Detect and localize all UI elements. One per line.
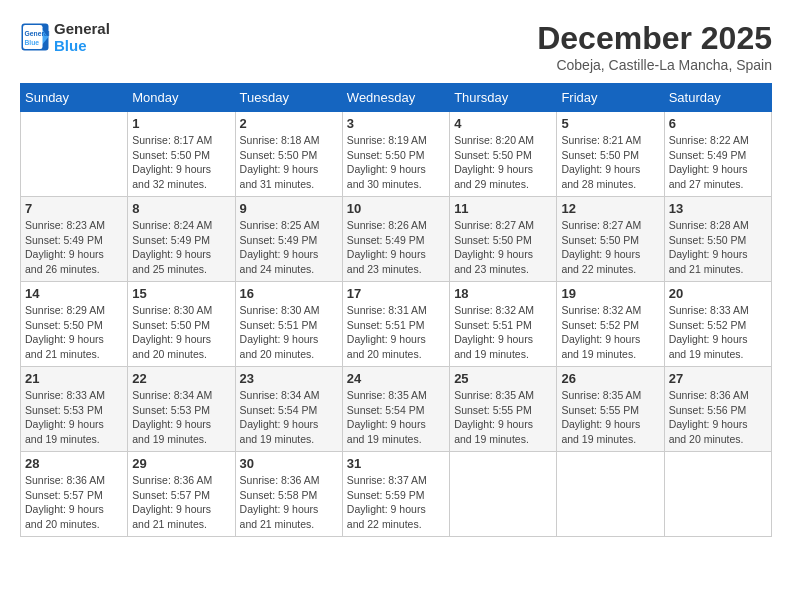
weekday-header-monday: Monday	[128, 84, 235, 112]
day-number: 11	[454, 201, 552, 216]
calendar-week-row: 7Sunrise: 8:23 AMSunset: 5:49 PMDaylight…	[21, 197, 772, 282]
weekday-header-row: SundayMondayTuesdayWednesdayThursdayFrid…	[21, 84, 772, 112]
day-info: Sunrise: 8:35 AMSunset: 5:55 PMDaylight:…	[561, 388, 659, 447]
calendar-cell: 9Sunrise: 8:25 AMSunset: 5:49 PMDaylight…	[235, 197, 342, 282]
day-info: Sunrise: 8:32 AMSunset: 5:52 PMDaylight:…	[561, 303, 659, 362]
day-info: Sunrise: 8:36 AMSunset: 5:57 PMDaylight:…	[132, 473, 230, 532]
day-number: 12	[561, 201, 659, 216]
day-info: Sunrise: 8:23 AMSunset: 5:49 PMDaylight:…	[25, 218, 123, 277]
calendar-cell: 23Sunrise: 8:34 AMSunset: 5:54 PMDayligh…	[235, 367, 342, 452]
day-info: Sunrise: 8:35 AMSunset: 5:55 PMDaylight:…	[454, 388, 552, 447]
calendar-cell: 13Sunrise: 8:28 AMSunset: 5:50 PMDayligh…	[664, 197, 771, 282]
day-info: Sunrise: 8:22 AMSunset: 5:49 PMDaylight:…	[669, 133, 767, 192]
day-number: 30	[240, 456, 338, 471]
day-number: 28	[25, 456, 123, 471]
day-number: 25	[454, 371, 552, 386]
weekday-header-friday: Friday	[557, 84, 664, 112]
calendar-cell: 11Sunrise: 8:27 AMSunset: 5:50 PMDayligh…	[450, 197, 557, 282]
day-info: Sunrise: 8:28 AMSunset: 5:50 PMDaylight:…	[669, 218, 767, 277]
calendar-cell: 17Sunrise: 8:31 AMSunset: 5:51 PMDayligh…	[342, 282, 449, 367]
day-info: Sunrise: 8:30 AMSunset: 5:51 PMDaylight:…	[240, 303, 338, 362]
day-info: Sunrise: 8:19 AMSunset: 5:50 PMDaylight:…	[347, 133, 445, 192]
day-info: Sunrise: 8:18 AMSunset: 5:50 PMDaylight:…	[240, 133, 338, 192]
weekday-header-thursday: Thursday	[450, 84, 557, 112]
calendar-week-row: 1Sunrise: 8:17 AMSunset: 5:50 PMDaylight…	[21, 112, 772, 197]
calendar-cell: 16Sunrise: 8:30 AMSunset: 5:51 PMDayligh…	[235, 282, 342, 367]
day-info: Sunrise: 8:21 AMSunset: 5:50 PMDaylight:…	[561, 133, 659, 192]
day-number: 16	[240, 286, 338, 301]
day-number: 14	[25, 286, 123, 301]
day-number: 5	[561, 116, 659, 131]
day-info: Sunrise: 8:17 AMSunset: 5:50 PMDaylight:…	[132, 133, 230, 192]
calendar-cell: 1Sunrise: 8:17 AMSunset: 5:50 PMDaylight…	[128, 112, 235, 197]
page-header: General Blue General Blue December 2025 …	[20, 20, 772, 73]
svg-text:Blue: Blue	[25, 39, 40, 46]
calendar-cell: 2Sunrise: 8:18 AMSunset: 5:50 PMDaylight…	[235, 112, 342, 197]
calendar-cell: 5Sunrise: 8:21 AMSunset: 5:50 PMDaylight…	[557, 112, 664, 197]
day-info: Sunrise: 8:34 AMSunset: 5:53 PMDaylight:…	[132, 388, 230, 447]
svg-text:General: General	[25, 30, 50, 37]
day-number: 24	[347, 371, 445, 386]
calendar-body: 1Sunrise: 8:17 AMSunset: 5:50 PMDaylight…	[21, 112, 772, 537]
day-number: 23	[240, 371, 338, 386]
calendar-cell: 6Sunrise: 8:22 AMSunset: 5:49 PMDaylight…	[664, 112, 771, 197]
day-number: 15	[132, 286, 230, 301]
day-info: Sunrise: 8:36 AMSunset: 5:58 PMDaylight:…	[240, 473, 338, 532]
day-number: 10	[347, 201, 445, 216]
day-info: Sunrise: 8:29 AMSunset: 5:50 PMDaylight:…	[25, 303, 123, 362]
calendar-table: SundayMondayTuesdayWednesdayThursdayFrid…	[20, 83, 772, 537]
month-title: December 2025	[537, 20, 772, 57]
day-number: 6	[669, 116, 767, 131]
calendar-cell: 27Sunrise: 8:36 AMSunset: 5:56 PMDayligh…	[664, 367, 771, 452]
day-info: Sunrise: 8:33 AMSunset: 5:53 PMDaylight:…	[25, 388, 123, 447]
calendar-cell: 31Sunrise: 8:37 AMSunset: 5:59 PMDayligh…	[342, 452, 449, 537]
day-info: Sunrise: 8:32 AMSunset: 5:51 PMDaylight:…	[454, 303, 552, 362]
calendar-cell: 30Sunrise: 8:36 AMSunset: 5:58 PMDayligh…	[235, 452, 342, 537]
calendar-cell: 18Sunrise: 8:32 AMSunset: 5:51 PMDayligh…	[450, 282, 557, 367]
day-number: 7	[25, 201, 123, 216]
day-info: Sunrise: 8:27 AMSunset: 5:50 PMDaylight:…	[454, 218, 552, 277]
day-number: 22	[132, 371, 230, 386]
day-info: Sunrise: 8:36 AMSunset: 5:57 PMDaylight:…	[25, 473, 123, 532]
calendar-cell: 26Sunrise: 8:35 AMSunset: 5:55 PMDayligh…	[557, 367, 664, 452]
calendar-week-row: 21Sunrise: 8:33 AMSunset: 5:53 PMDayligh…	[21, 367, 772, 452]
day-number: 17	[347, 286, 445, 301]
day-number: 8	[132, 201, 230, 216]
location: Cobeja, Castille-La Mancha, Spain	[537, 57, 772, 73]
logo-line1: General	[54, 20, 110, 37]
calendar-cell: 12Sunrise: 8:27 AMSunset: 5:50 PMDayligh…	[557, 197, 664, 282]
calendar-cell: 7Sunrise: 8:23 AMSunset: 5:49 PMDaylight…	[21, 197, 128, 282]
calendar-cell	[21, 112, 128, 197]
calendar-cell: 14Sunrise: 8:29 AMSunset: 5:50 PMDayligh…	[21, 282, 128, 367]
calendar-week-row: 14Sunrise: 8:29 AMSunset: 5:50 PMDayligh…	[21, 282, 772, 367]
calendar-cell: 4Sunrise: 8:20 AMSunset: 5:50 PMDaylight…	[450, 112, 557, 197]
calendar-week-row: 28Sunrise: 8:36 AMSunset: 5:57 PMDayligh…	[21, 452, 772, 537]
title-block: December 2025 Cobeja, Castille-La Mancha…	[537, 20, 772, 73]
calendar-cell: 10Sunrise: 8:26 AMSunset: 5:49 PMDayligh…	[342, 197, 449, 282]
weekday-header-tuesday: Tuesday	[235, 84, 342, 112]
day-info: Sunrise: 8:26 AMSunset: 5:49 PMDaylight:…	[347, 218, 445, 277]
day-info: Sunrise: 8:35 AMSunset: 5:54 PMDaylight:…	[347, 388, 445, 447]
calendar-cell: 25Sunrise: 8:35 AMSunset: 5:55 PMDayligh…	[450, 367, 557, 452]
calendar-cell: 20Sunrise: 8:33 AMSunset: 5:52 PMDayligh…	[664, 282, 771, 367]
day-info: Sunrise: 8:25 AMSunset: 5:49 PMDaylight:…	[240, 218, 338, 277]
day-number: 2	[240, 116, 338, 131]
day-number: 21	[25, 371, 123, 386]
calendar-cell: 19Sunrise: 8:32 AMSunset: 5:52 PMDayligh…	[557, 282, 664, 367]
day-number: 31	[347, 456, 445, 471]
day-number: 3	[347, 116, 445, 131]
day-number: 20	[669, 286, 767, 301]
day-number: 18	[454, 286, 552, 301]
day-number: 29	[132, 456, 230, 471]
calendar-cell: 8Sunrise: 8:24 AMSunset: 5:49 PMDaylight…	[128, 197, 235, 282]
day-info: Sunrise: 8:33 AMSunset: 5:52 PMDaylight:…	[669, 303, 767, 362]
calendar-cell: 29Sunrise: 8:36 AMSunset: 5:57 PMDayligh…	[128, 452, 235, 537]
logo-line2: Blue	[54, 37, 110, 54]
day-number: 19	[561, 286, 659, 301]
day-number: 26	[561, 371, 659, 386]
logo-icon: General Blue	[20, 22, 50, 52]
day-number: 1	[132, 116, 230, 131]
calendar-header: SundayMondayTuesdayWednesdayThursdayFrid…	[21, 84, 772, 112]
calendar-cell	[664, 452, 771, 537]
day-info: Sunrise: 8:36 AMSunset: 5:56 PMDaylight:…	[669, 388, 767, 447]
